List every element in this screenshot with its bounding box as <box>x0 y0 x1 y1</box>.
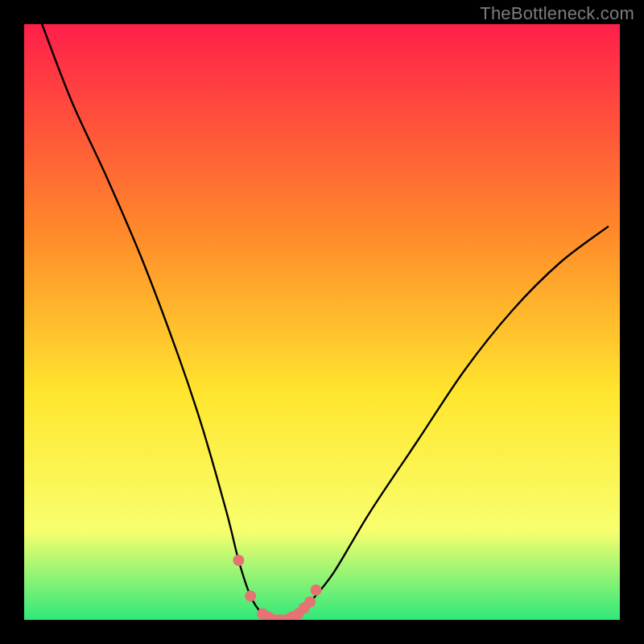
watermark-text: TheBottleneck.com <box>480 3 634 24</box>
sweet-spot-point <box>311 584 322 596</box>
chart-frame: TheBottleneck.com <box>0 0 644 644</box>
sweet-spot-point <box>304 597 316 608</box>
bottleneck-chart <box>24 24 620 620</box>
sweet-spot-point <box>233 555 244 566</box>
sweet-spot-point <box>245 590 256 601</box>
gradient-background <box>24 24 620 620</box>
